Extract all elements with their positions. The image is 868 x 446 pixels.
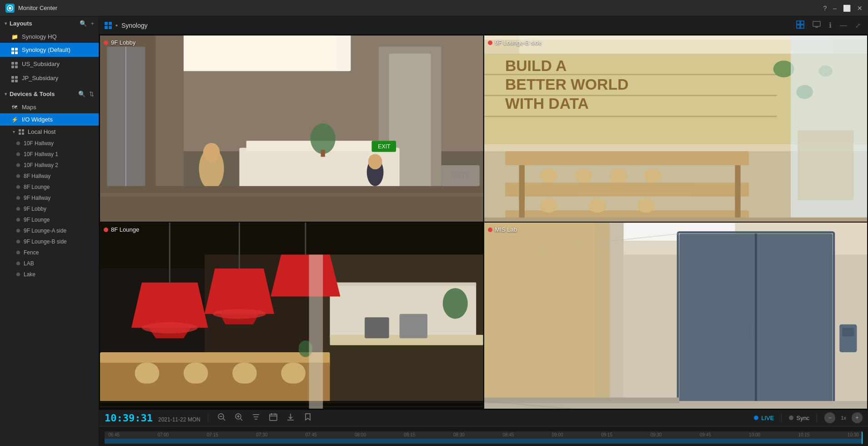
camera-cell-9f-lobby[interactable]: 9F Lobby (100, 35, 483, 222)
help-button[interactable]: ? (823, 5, 827, 12)
camera-cell-8f-lounge[interactable]: 8F Lounge (100, 223, 483, 409)
devices-label: Devices & Tools (10, 91, 55, 97)
cam-visual-9f-lobby: EXIT DATA (100, 35, 483, 222)
timeline-track[interactable]: 06:45 07:00 07:15 07:30 07:45 08:00 08:1… (105, 431, 863, 444)
camera-cell-9f-lounge-b[interactable]: 9F Lounge-B side (484, 35, 868, 222)
minimize-button[interactable]: – (833, 5, 837, 12)
svg-rect-60 (540, 198, 557, 213)
camera-cell-mis-lab[interactable]: MIS Lab (484, 223, 868, 409)
restore-button[interactable]: ⬜ (843, 5, 851, 12)
content-header: • Synology (99, 16, 868, 35)
devices-sort-button[interactable]: ⇅ (89, 91, 94, 97)
camera-label-9f-lounge-b: 9F Lounge-B side (24, 238, 67, 245)
zoom-out-button[interactable] (216, 411, 227, 425)
sidebar-item-jp-subsidary[interactable]: JP_Subsidary (0, 71, 99, 85)
timeline-label-0815: 08:15 (404, 432, 415, 437)
camera-9f-lounge[interactable]: 9F Lounge (0, 214, 99, 225)
svg-rect-111 (842, 328, 854, 336)
camera-lab[interactable]: LAB (0, 258, 99, 269)
sidebar-item-local-host[interactable]: ▾ Local Host (0, 126, 99, 138)
layouts-section-header[interactable]: ▾ Layouts 🔍 + (0, 16, 99, 30)
camera-10f-hallway-2[interactable]: 10F Hallway 2 (0, 160, 99, 171)
calendar-button[interactable] (267, 411, 279, 425)
timeline-label-0945: 09:45 (700, 432, 711, 437)
fullscreen-button[interactable]: ⤢ (853, 21, 863, 30)
close-button[interactable]: ✕ (857, 5, 863, 12)
sync-label: Sync (796, 415, 809, 421)
filter-button[interactable] (250, 411, 262, 425)
timeline-label-1015: 10:15 (798, 432, 809, 437)
svg-line-122 (241, 419, 242, 421)
svg-rect-108 (682, 237, 752, 409)
svg-rect-22 (321, 150, 325, 157)
sidebar-item-maps[interactable]: 🗺 Maps (0, 101, 99, 113)
svg-rect-96 (309, 254, 323, 409)
layout-mode-button[interactable] (794, 20, 806, 31)
sidebar-item-io-widgets[interactable]: ⚡ I/O Widgets (0, 113, 99, 126)
svg-text:BETTER WORLD: BETTER WORLD (505, 76, 628, 93)
svg-rect-72 (400, 314, 427, 339)
cam-status-dot (16, 218, 20, 222)
timeline-label-0845: 08:45 (502, 432, 514, 437)
timeline-labels: 06:45 07:00 07:15 07:30 07:45 08:00 08:1… (105, 432, 863, 437)
download-button[interactable] (285, 411, 296, 425)
camera-10f-hallway-1[interactable]: 10F Hallway 1 (0, 149, 99, 160)
timeline[interactable]: 06:45 07:00 07:15 07:30 07:45 08:00 08:1… (99, 426, 868, 446)
expand-icon: ▾ (13, 129, 15, 134)
camera-8f-lounge[interactable]: 8F Lounge (0, 182, 99, 193)
svg-rect-73 (365, 317, 389, 338)
camera-9f-lounge-a[interactable]: 9F Lounge-A side (0, 225, 99, 236)
devices-search-button[interactable]: 🔍 (78, 91, 85, 97)
bottom-bar: 10:39:31 2021-11-22 MON (99, 410, 868, 446)
sidebar-item-us-subsidary[interactable]: US_Subsidary (0, 57, 99, 71)
camera-title-mis-lab: MIS Lab (495, 226, 517, 233)
camera-cell-label-mis-lab: MIS Lab (488, 226, 517, 233)
info-button[interactable]: ℹ (827, 20, 833, 30)
zoom-in-button[interactable] (233, 411, 245, 425)
svg-rect-3 (801, 21, 804, 24)
sidebar-item-synology-hq[interactable]: 📁 Synology HQ (0, 30, 99, 43)
svg-rect-58 (609, 169, 627, 183)
sidebar-item-synology-default[interactable]: Synology (Default) (0, 43, 99, 57)
camera-label-10f-hallway-2: 10F Hallway 2 (24, 162, 58, 168)
camera-9f-lobby[interactable]: 9F Lobby (0, 203, 99, 214)
svg-point-74 (443, 288, 468, 319)
cam-status-dot (16, 152, 20, 156)
svg-point-26 (368, 154, 382, 169)
cam-status-dot (16, 196, 20, 200)
camera-10f-hallway[interactable]: 10F Hallway (0, 138, 99, 149)
content-header-right: ℹ — ⤢ (794, 20, 863, 31)
timeline-label-0800: 08:00 (355, 432, 366, 437)
svg-rect-59 (644, 169, 662, 183)
devices-section-right: 🔍 ⇅ (78, 91, 94, 97)
svg-text:DATA: DATA (451, 172, 470, 180)
circle-btn-minus[interactable]: − (824, 412, 835, 423)
timeline-label-0730: 07:30 (256, 432, 267, 437)
camera-fence[interactable]: Fence (0, 247, 99, 258)
tx-label: 1x (841, 415, 846, 421)
date-display: 2021-11-22 MON (158, 416, 201, 423)
camera-label-9f-lobby: 9F Lobby (24, 206, 46, 212)
bookmark-button[interactable] (302, 411, 314, 425)
svg-rect-50 (505, 182, 748, 197)
layouts-search-button[interactable]: 🔍 (80, 20, 87, 27)
layouts-add-button[interactable]: + (90, 20, 94, 27)
camera-8f-hallway[interactable]: 8F Hallway (0, 171, 99, 182)
svg-rect-113 (484, 397, 679, 403)
svg-rect-49 (505, 151, 748, 165)
camera-lake[interactable]: Lake (0, 269, 99, 280)
live-dot-8f-lounge (104, 228, 108, 232)
timeline-label-1030: 10:30 (848, 432, 859, 437)
camera-label-9f-lounge: 9F Lounge (24, 217, 50, 223)
camera-9f-hallway[interactable]: 9F Hallway (0, 193, 99, 203)
camera-9f-lounge-b[interactable]: 9F Lounge-B side (0, 236, 99, 247)
camera-label-10f-hallway-1: 10F Hallway 1 (24, 151, 58, 157)
circle-btn-plus[interactable]: + (852, 412, 863, 423)
monitor-button[interactable] (811, 20, 823, 31)
devices-section-header[interactable]: ▾ Devices & Tools 🔍 ⇅ (0, 87, 99, 101)
app-title: Monitor Center (18, 5, 57, 11)
svg-marker-91 (271, 254, 340, 296)
minimize-panel-button[interactable]: — (838, 20, 849, 30)
header-separator: • (115, 22, 118, 29)
maps-label: Maps (22, 104, 36, 111)
